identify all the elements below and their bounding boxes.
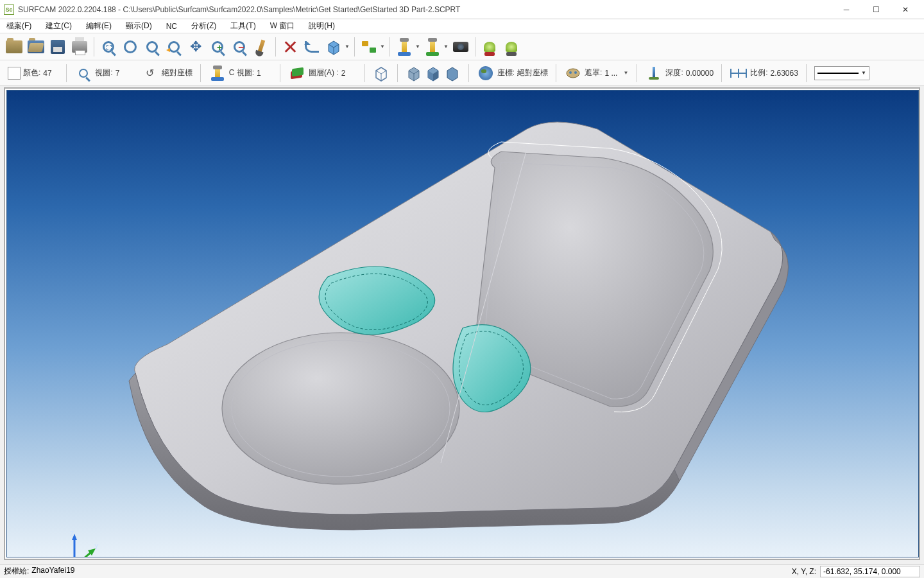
part-render <box>7 91 918 557</box>
layers-icon[interactable] <box>288 64 306 82</box>
menu-bar: 檔案(F) 建立(C) 編輯(E) 顯示(D) NC 分析(Z) 工具(T) W… <box>0 19 924 33</box>
shaded-cube-2-icon[interactable] <box>425 65 441 82</box>
coordspace-value[interactable]: 絕對座標 <box>517 67 548 78</box>
toolbar-separator <box>475 37 475 57</box>
light-gray-button[interactable] <box>501 37 522 57</box>
app-icon: Sc <box>4 4 14 15</box>
zoom-window-button[interactable] <box>142 37 162 57</box>
camera-button[interactable] <box>450 37 471 57</box>
menu-create[interactable]: 建立(C) <box>43 19 74 33</box>
menu-file[interactable]: 檔案(F) <box>4 19 34 33</box>
svg-point-11 <box>569 71 572 74</box>
scale-label: 比例: <box>750 67 767 78</box>
mask-value[interactable]: 1 ... <box>604 69 620 78</box>
tool-blue-button[interactable] <box>394 37 415 57</box>
properties-toolbar: 顏色: 47 視圖: 7 ↺ 絕對座標 C 視圖: 1 圖層(A) : 2 座標… <box>0 60 924 86</box>
mask-icon[interactable] <box>564 64 582 82</box>
scale-icon[interactable] <box>730 64 748 82</box>
window-title: SURFCAM 2022.0.2204.188 - C:\Users\Publi… <box>18 5 832 14</box>
open-file-button[interactable] <box>26 37 46 57</box>
cview-value[interactable]: 1 <box>257 69 272 78</box>
menu-analyze[interactable]: 分析(Z) <box>189 19 219 33</box>
tree-1-button[interactable] <box>359 37 379 57</box>
zoom-fit-button[interactable] <box>98 37 119 57</box>
color-label: 顏色: <box>23 67 40 78</box>
shaded-cube-3-icon[interactable] <box>444 65 461 82</box>
solid-1-button[interactable] <box>323 37 344 57</box>
coord-readout-label: X, Y, Z: <box>792 567 816 576</box>
svg-point-10 <box>567 69 579 78</box>
menu-window[interactable]: W 窗口 <box>268 19 298 33</box>
viewport-frame: Z Y X <box>4 87 920 560</box>
linetype-selector[interactable]: ▼ <box>814 66 869 80</box>
globe-icon[interactable] <box>477 64 495 82</box>
menu-display[interactable]: 顯示(D) <box>123 19 155 33</box>
maximize-button[interactable]: ☐ <box>861 0 891 19</box>
print-button[interactable] <box>69 37 90 57</box>
coord-readout-value: -61.632, 35.174, 0.000 <box>820 566 920 577</box>
toolbar-separator <box>94 37 94 57</box>
mask-label: 遮罩: <box>585 67 602 78</box>
license-label: 授權給: <box>4 566 29 577</box>
color-swatch[interactable] <box>8 67 21 80</box>
layer-value[interactable]: 2 <box>341 69 357 78</box>
view-label: 視圖: <box>95 67 112 78</box>
toolbar-separator <box>389 37 390 57</box>
cube-icon <box>325 39 342 55</box>
view-value[interactable]: 7 <box>116 69 131 78</box>
dropdown-arrow-icon[interactable]: ▼ <box>622 63 629 83</box>
status-bar: 授權給: ZhaoYafei19 X, Y, Z: -61.632, 35.17… <box>0 564 924 578</box>
tool-green-button[interactable] <box>422 37 443 57</box>
license-value: ZhaoYafei19 <box>31 566 74 577</box>
coord-label: 絕對座標 <box>162 67 193 78</box>
light-red-button[interactable] <box>479 37 500 57</box>
zoom-previous-button[interactable]: ◂ <box>164 37 184 57</box>
dropdown-arrow-icon[interactable]: ▼ <box>415 37 421 57</box>
title-bar: Sc SURFCAM 2022.0.2204.188 - C:\Users\Pu… <box>0 0 924 19</box>
depth-icon[interactable] <box>645 64 663 82</box>
layer-label: 圖層(A) : <box>309 67 339 78</box>
svg-line-19 <box>74 552 92 557</box>
redraw-button[interactable] <box>251 37 271 57</box>
dropdown-arrow-icon[interactable]: ▼ <box>344 37 350 57</box>
close-button[interactable]: ✕ <box>891 0 920 19</box>
undo-button[interactable] <box>302 37 322 57</box>
delete-button[interactable] <box>280 37 300 57</box>
toolbar-separator <box>354 37 355 57</box>
depth-value[interactable]: 0.00000 <box>686 69 714 78</box>
color-value[interactable]: 47 <box>43 69 58 78</box>
new-file-button[interactable] <box>4 37 24 57</box>
cview-label: C 視圖: <box>229 67 254 78</box>
minimize-button[interactable]: ─ <box>832 0 861 19</box>
svg-text:Y: Y <box>94 543 99 550</box>
3d-viewport[interactable]: Z Y X <box>6 90 919 557</box>
main-toolbar: ◂ ✥ + − ▼ ▼ ▼ ▼ <box>0 33 924 60</box>
zoom-rotate-button[interactable] <box>120 37 141 57</box>
coordspace-label: 座標: <box>497 67 515 78</box>
shaded-cube-1-icon[interactable] <box>406 65 422 82</box>
pan-button[interactable]: ✥ <box>185 37 206 57</box>
dropdown-arrow-icon[interactable]: ▼ <box>379 37 386 57</box>
svg-marker-9 <box>447 67 458 81</box>
svg-point-12 <box>574 71 577 74</box>
view-icon[interactable] <box>74 64 92 82</box>
wireframe-cube-icon[interactable] <box>373 65 389 82</box>
coord-icon[interactable]: ↺ <box>141 64 159 82</box>
scale-value[interactable]: 2.63063 <box>770 69 798 78</box>
zoom-out-button[interactable]: − <box>229 37 250 57</box>
menu-nc[interactable]: NC <box>164 21 180 32</box>
zoom-in-button[interactable]: + <box>207 37 228 57</box>
svg-point-13 <box>222 333 459 484</box>
dropdown-arrow-icon[interactable]: ▼ <box>443 37 449 57</box>
svg-text:Z: Z <box>70 530 74 538</box>
menu-tools[interactable]: 工具(T) <box>228 19 258 33</box>
menu-help[interactable]: 說明(H) <box>306 19 338 33</box>
depth-label: 深度: <box>665 67 683 78</box>
cview-icon[interactable] <box>209 64 227 82</box>
toolbar-separator <box>275 37 276 57</box>
save-button[interactable] <box>47 37 68 57</box>
menu-edit[interactable]: 編輯(E) <box>83 19 114 33</box>
